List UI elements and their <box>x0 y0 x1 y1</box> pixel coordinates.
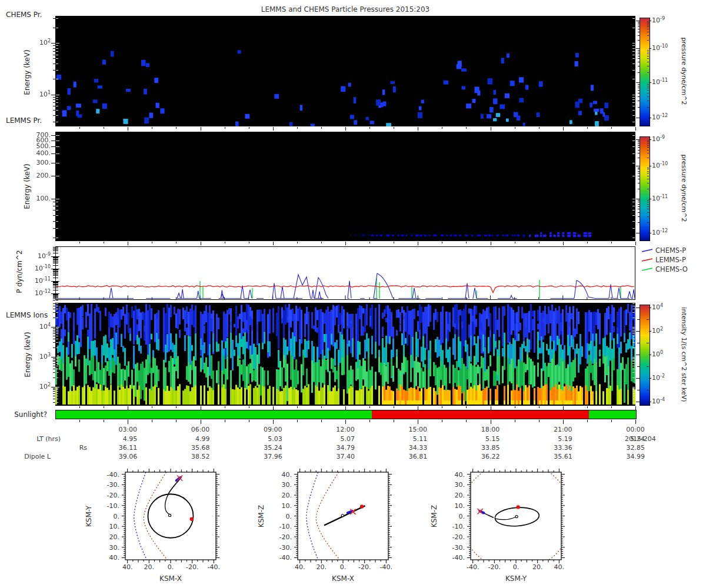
tick-mark <box>51 146 55 147</box>
tick-mark <box>638 222 640 223</box>
tick-mark <box>53 284 55 285</box>
tick-mark <box>632 377 635 378</box>
tick-mark <box>53 238 55 238</box>
tick-mark <box>647 343 649 343</box>
tick-mark <box>273 420 274 424</box>
orbit-ytick-label: -10. <box>107 502 119 510</box>
ephemeris-value: 36.22 <box>465 453 500 460</box>
tick-mark <box>56 210 58 211</box>
tick-mark <box>638 93 640 93</box>
tick-mark <box>394 420 394 422</box>
tick-mark <box>636 48 640 49</box>
ephemeris-row-label-dipole: Dipole L <box>1 453 51 460</box>
tick-mark <box>53 271 55 272</box>
tick-mark <box>53 228 55 229</box>
tick-mark <box>53 99 55 100</box>
tick-mark <box>51 293 55 294</box>
tick-mark <box>56 250 58 251</box>
tick-mark <box>56 271 58 272</box>
tick-mark <box>56 389 58 390</box>
tick-mark <box>638 86 640 86</box>
y-tick-label: 10-11 <box>15 277 51 285</box>
tick-mark <box>638 54 640 54</box>
tick-mark <box>104 406 104 408</box>
ephemeris-row-label-lt: LT (hrs) <box>11 435 61 443</box>
ephemeris-value: 5.03 <box>247 435 282 443</box>
tick-mark <box>539 127 540 129</box>
orbit-ytick-label: 0. <box>286 513 292 520</box>
tick-mark <box>56 372 58 373</box>
orbit-ytick-label: 0. <box>114 513 120 520</box>
tick-mark <box>53 328 55 329</box>
tick-mark <box>56 357 59 358</box>
tick-mark <box>638 25 640 25</box>
orbit-xtick-label: 0. <box>513 563 519 571</box>
tick-mark <box>201 420 201 424</box>
tick-mark <box>649 48 651 49</box>
tick-mark <box>632 135 635 136</box>
tick-mark <box>56 253 58 253</box>
tick-mark <box>51 256 55 257</box>
tick-mark <box>152 242 152 243</box>
tick-mark <box>638 29 640 29</box>
tick-mark <box>56 318 58 318</box>
y-tick-label: 102 <box>15 383 51 391</box>
tick-mark <box>647 32 649 32</box>
tick-mark <box>56 95 59 95</box>
orbit-xtick-label: 20. <box>144 563 154 571</box>
ephemeris-value: 37.40 <box>319 453 355 460</box>
y-tick-label: 103 <box>15 353 51 361</box>
tick-mark <box>56 153 59 154</box>
tick-mark <box>53 265 55 266</box>
tick-mark <box>56 110 58 111</box>
tick-mark <box>539 420 540 422</box>
tick-mark <box>647 88 649 88</box>
tick-mark <box>53 102 55 103</box>
ephemeris-value: 5.24 <box>610 435 645 443</box>
tick-mark <box>632 221 635 222</box>
tick-mark <box>647 168 649 168</box>
tick-mark <box>611 127 612 129</box>
panel-label-chems-pr: CHEMS Pr. <box>6 11 42 19</box>
tick-mark <box>647 96 649 97</box>
orbit2-ylabel: KSM-Z <box>257 505 265 527</box>
tick-mark <box>56 262 58 262</box>
y-tick-label: 400. <box>15 149 51 157</box>
tick-mark <box>225 420 225 422</box>
tick-mark <box>321 242 322 243</box>
y-tick-label: 100. <box>15 195 51 202</box>
tick-mark <box>647 390 649 390</box>
y-tick-label: 10-10 <box>15 265 51 273</box>
tick-mark <box>632 348 635 348</box>
tick-mark <box>632 79 635 79</box>
ephemeris-value: 34.79 <box>319 444 355 452</box>
ephemeris-value: 33.36 <box>537 444 572 452</box>
tick-mark <box>201 242 201 245</box>
tick-mark <box>53 348 55 348</box>
tick-mark <box>56 282 58 282</box>
tick-mark <box>632 28 635 28</box>
tick-mark <box>638 209 640 209</box>
tick-mark <box>638 23 640 24</box>
tick-mark <box>638 141 640 141</box>
orbit-ytick-label: -30. <box>107 481 119 489</box>
tick-mark <box>632 318 635 318</box>
ephemeris-value: 37.96 <box>247 453 282 460</box>
ephemeris-value: 34.33 <box>392 444 427 452</box>
tick-mark <box>53 300 55 300</box>
tick-mark <box>53 391 55 392</box>
tick-mark <box>56 284 58 285</box>
ephemeris-value: 4.99 <box>175 435 210 443</box>
y-tick-label: 200. <box>15 172 51 179</box>
tick-mark <box>53 58 55 59</box>
orbit-ytick-label: -40. <box>279 554 292 562</box>
orbit-plot-ksmy-ksmz: KSM-Y KSM-Z 40.30.20.10.0.-10.-20.-30.-4… <box>428 465 575 588</box>
tick-mark <box>442 406 442 408</box>
tick-mark <box>56 258 58 258</box>
tick-mark <box>491 127 491 131</box>
tick-mark <box>647 26 649 27</box>
ephemeris-value: 5.19 <box>537 435 572 443</box>
legend-label-chems-o: CHEMS-O <box>655 265 688 273</box>
tick-mark <box>152 127 152 129</box>
legend-line-chems-p <box>641 248 653 253</box>
